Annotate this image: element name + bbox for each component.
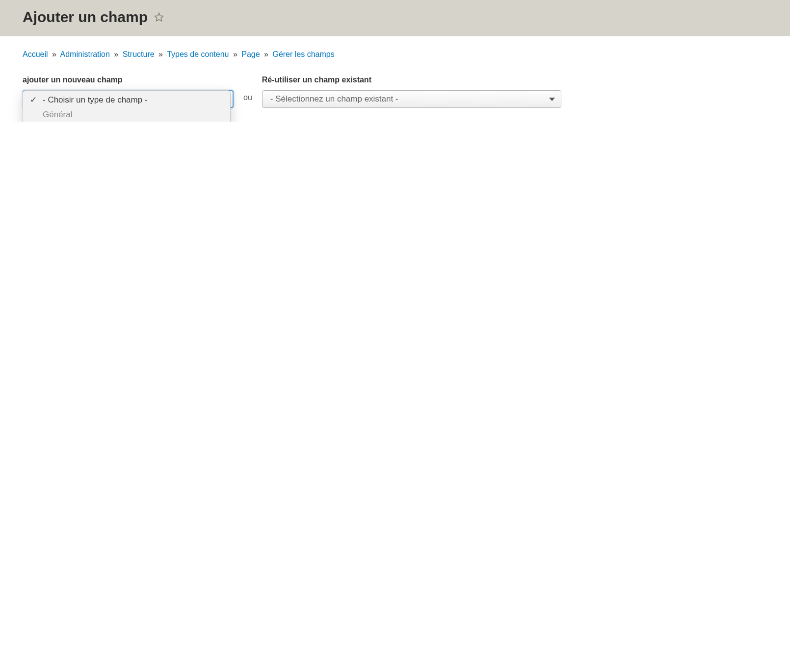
- breadcrumb-link[interactable]: Structure: [123, 50, 155, 58]
- field-type-dropdown[interactable]: - Choisir un type de champ -GénéralBoolé…: [23, 90, 231, 122]
- breadcrumb-link[interactable]: Gérer les champs: [272, 50, 334, 58]
- star-icon[interactable]: [154, 12, 164, 23]
- breadcrumb-separator: »: [52, 50, 56, 58]
- breadcrumb-separator: »: [233, 50, 237, 58]
- breadcrumb-separator: »: [158, 50, 163, 58]
- breadcrumb-separator: »: [264, 50, 268, 58]
- page-header: Ajouter un champ: [0, 0, 790, 36]
- existing-field-label: Ré-utiliser un champ existant: [262, 76, 561, 84]
- svg-marker-0: [155, 13, 163, 21]
- breadcrumb-separator: »: [114, 50, 118, 58]
- chevron-down-icon: [549, 98, 555, 101]
- breadcrumb-link[interactable]: Accueil: [23, 50, 48, 58]
- breadcrumb-link[interactable]: Administration: [60, 50, 110, 58]
- breadcrumb-link[interactable]: Types de contenu: [167, 50, 229, 58]
- page-title: Ajouter un champ: [23, 9, 148, 26]
- dropdown-group-label: Général: [23, 107, 230, 122]
- breadcrumb-link[interactable]: Page: [241, 50, 260, 58]
- breadcrumb: Accueil » Administration » Structure » T…: [23, 50, 767, 59]
- new-field-label: ajouter un nouveau champ: [23, 76, 234, 84]
- dropdown-placeholder[interactable]: - Choisir un type de champ -: [23, 93, 230, 107]
- existing-field-value: - Sélectionnez un champ existant -: [270, 94, 398, 104]
- existing-field-select[interactable]: - Sélectionnez un champ existant -: [262, 90, 561, 108]
- or-label: ou: [243, 93, 252, 102]
